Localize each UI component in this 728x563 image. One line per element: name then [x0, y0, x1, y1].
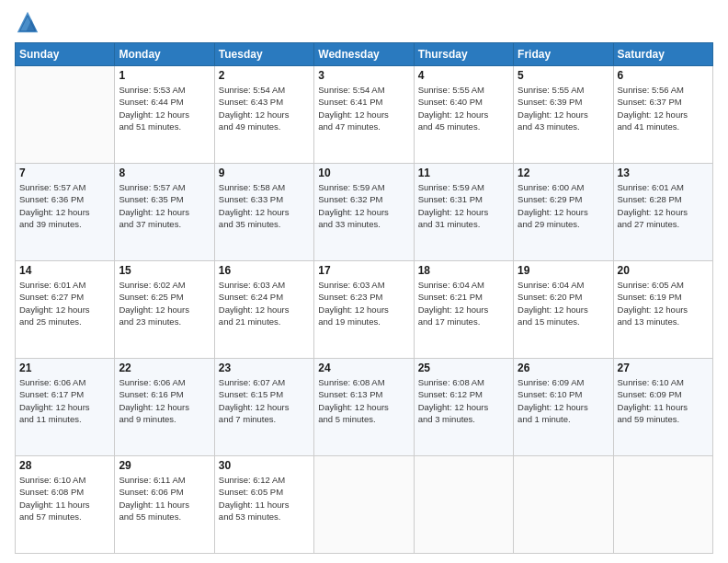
day-info: Sunrise: 5:56 AM Sunset: 6:37 PM Dayligh…	[618, 84, 709, 132]
day-number: 30	[219, 459, 310, 472]
day-number: 1	[119, 69, 210, 82]
calendar-cell: 29Sunrise: 6:11 AM Sunset: 6:06 PM Dayli…	[115, 456, 214, 554]
day-info: Sunrise: 5:55 AM Sunset: 6:39 PM Dayligh…	[518, 84, 609, 132]
day-number: 20	[618, 264, 709, 277]
day-info: Sunrise: 5:53 AM Sunset: 6:44 PM Dayligh…	[119, 84, 210, 132]
calendar-cell	[613, 456, 712, 554]
calendar-cell: 21Sunrise: 6:06 AM Sunset: 6:17 PM Dayli…	[16, 359, 115, 456]
day-info: Sunrise: 6:06 AM Sunset: 6:16 PM Dayligh…	[119, 376, 210, 425]
day-number: 7	[19, 167, 110, 179]
day-number: 2	[219, 69, 310, 82]
calendar-week-row: 21Sunrise: 6:06 AM Sunset: 6:17 PM Dayli…	[16, 359, 713, 456]
day-info: Sunrise: 5:57 AM Sunset: 6:36 PM Dayligh…	[19, 181, 110, 230]
day-info: Sunrise: 6:08 AM Sunset: 6:12 PM Dayligh…	[418, 376, 509, 425]
calendar-cell: 3Sunrise: 5:54 AM Sunset: 6:41 PM Daylig…	[314, 66, 414, 164]
day-info: Sunrise: 5:54 AM Sunset: 6:41 PM Dayligh…	[318, 84, 409, 132]
day-number: 28	[19, 459, 110, 472]
calendar-cell: 22Sunrise: 6:06 AM Sunset: 6:16 PM Dayli…	[115, 359, 214, 456]
day-info: Sunrise: 6:06 AM Sunset: 6:17 PM Dayligh…	[19, 376, 110, 425]
day-info: Sunrise: 6:10 AM Sunset: 6:08 PM Dayligh…	[19, 474, 110, 523]
day-number: 21	[19, 362, 110, 374]
col-header-saturday: Saturday	[613, 43, 712, 66]
day-info: Sunrise: 6:11 AM Sunset: 6:06 PM Dayligh…	[119, 474, 210, 523]
calendar-cell: 19Sunrise: 6:04 AM Sunset: 6:20 PM Dayli…	[514, 261, 613, 359]
calendar-week-row: 1Sunrise: 5:53 AM Sunset: 6:44 PM Daylig…	[16, 66, 713, 164]
day-info: Sunrise: 6:01 AM Sunset: 6:28 PM Dayligh…	[618, 181, 709, 230]
calendar-cell	[514, 456, 613, 554]
col-header-thursday: Thursday	[414, 43, 513, 66]
day-number: 12	[518, 167, 609, 179]
day-info: Sunrise: 5:54 AM Sunset: 6:43 PM Dayligh…	[219, 84, 310, 132]
day-number: 3	[318, 69, 409, 82]
day-number: 14	[19, 264, 110, 277]
calendar-cell: 7Sunrise: 5:57 AM Sunset: 6:36 PM Daylig…	[16, 164, 115, 261]
calendar-cell: 13Sunrise: 6:01 AM Sunset: 6:28 PM Dayli…	[613, 164, 712, 261]
calendar-cell: 23Sunrise: 6:07 AM Sunset: 6:15 PM Dayli…	[214, 359, 313, 456]
calendar-cell: 12Sunrise: 6:00 AM Sunset: 6:29 PM Dayli…	[514, 164, 613, 261]
day-info: Sunrise: 6:12 AM Sunset: 6:05 PM Dayligh…	[219, 474, 310, 523]
col-header-tuesday: Tuesday	[214, 43, 313, 66]
col-header-wednesday: Wednesday	[314, 43, 414, 66]
day-number: 18	[418, 264, 509, 277]
calendar-cell: 17Sunrise: 6:03 AM Sunset: 6:23 PM Dayli…	[314, 261, 414, 359]
day-info: Sunrise: 6:09 AM Sunset: 6:10 PM Dayligh…	[518, 376, 609, 425]
logo-icon	[15, 9, 40, 35]
day-number: 22	[119, 362, 210, 374]
day-info: Sunrise: 5:57 AM Sunset: 6:35 PM Dayligh…	[119, 181, 210, 230]
calendar-cell	[414, 456, 513, 554]
header	[15, 9, 713, 35]
day-info: Sunrise: 5:58 AM Sunset: 6:33 PM Dayligh…	[219, 181, 310, 230]
calendar-cell: 16Sunrise: 6:03 AM Sunset: 6:24 PM Dayli…	[214, 261, 313, 359]
day-info: Sunrise: 6:03 AM Sunset: 6:24 PM Dayligh…	[219, 279, 310, 327]
calendar-week-row: 28Sunrise: 6:10 AM Sunset: 6:08 PM Dayli…	[16, 456, 713, 554]
day-info: Sunrise: 6:00 AM Sunset: 6:29 PM Dayligh…	[518, 181, 609, 230]
calendar-cell	[16, 66, 115, 164]
day-number: 25	[418, 362, 509, 374]
calendar-cell: 28Sunrise: 6:10 AM Sunset: 6:08 PM Dayli…	[16, 456, 115, 554]
day-number: 19	[518, 264, 609, 277]
day-number: 5	[518, 69, 609, 82]
day-info: Sunrise: 6:04 AM Sunset: 6:20 PM Dayligh…	[518, 279, 609, 327]
day-number: 6	[618, 69, 709, 82]
day-info: Sunrise: 6:07 AM Sunset: 6:15 PM Dayligh…	[219, 376, 310, 425]
day-info: Sunrise: 6:04 AM Sunset: 6:21 PM Dayligh…	[418, 279, 509, 327]
calendar-cell: 6Sunrise: 5:56 AM Sunset: 6:37 PM Daylig…	[613, 66, 712, 164]
day-number: 10	[318, 167, 409, 179]
calendar-cell: 18Sunrise: 6:04 AM Sunset: 6:21 PM Dayli…	[414, 261, 513, 359]
day-number: 26	[518, 362, 609, 374]
day-info: Sunrise: 6:01 AM Sunset: 6:27 PM Dayligh…	[19, 279, 110, 327]
calendar-cell: 15Sunrise: 6:02 AM Sunset: 6:25 PM Dayli…	[115, 261, 214, 359]
calendar-cell: 14Sunrise: 6:01 AM Sunset: 6:27 PM Dayli…	[16, 261, 115, 359]
calendar-page: SundayMondayTuesdayWednesdayThursdayFrid…	[0, 0, 728, 563]
calendar-week-row: 7Sunrise: 5:57 AM Sunset: 6:36 PM Daylig…	[16, 164, 713, 261]
day-info: Sunrise: 5:59 AM Sunset: 6:32 PM Dayligh…	[318, 181, 409, 230]
calendar-cell: 8Sunrise: 5:57 AM Sunset: 6:35 PM Daylig…	[115, 164, 214, 261]
calendar-cell: 10Sunrise: 5:59 AM Sunset: 6:32 PM Dayli…	[314, 164, 414, 261]
col-header-monday: Monday	[115, 43, 214, 66]
day-number: 29	[119, 459, 210, 472]
col-header-friday: Friday	[514, 43, 613, 66]
calendar-cell	[314, 456, 414, 554]
day-info: Sunrise: 5:59 AM Sunset: 6:31 PM Dayligh…	[418, 181, 509, 230]
day-info: Sunrise: 6:03 AM Sunset: 6:23 PM Dayligh…	[318, 279, 409, 327]
day-info: Sunrise: 6:08 AM Sunset: 6:13 PM Dayligh…	[318, 376, 409, 425]
day-number: 8	[119, 167, 210, 179]
day-number: 24	[318, 362, 409, 374]
day-number: 13	[618, 167, 709, 179]
calendar-cell: 5Sunrise: 5:55 AM Sunset: 6:39 PM Daylig…	[514, 66, 613, 164]
calendar-cell: 20Sunrise: 6:05 AM Sunset: 6:19 PM Dayli…	[613, 261, 712, 359]
calendar-cell: 24Sunrise: 6:08 AM Sunset: 6:13 PM Dayli…	[314, 359, 414, 456]
day-number: 4	[418, 69, 509, 82]
day-number: 9	[219, 167, 310, 179]
col-header-sunday: Sunday	[16, 43, 115, 66]
calendar-cell: 1Sunrise: 5:53 AM Sunset: 6:44 PM Daylig…	[115, 66, 214, 164]
calendar-cell: 4Sunrise: 5:55 AM Sunset: 6:40 PM Daylig…	[414, 66, 513, 164]
day-number: 11	[418, 167, 509, 179]
calendar-table: SundayMondayTuesdayWednesdayThursdayFrid…	[15, 42, 713, 554]
calendar-week-row: 14Sunrise: 6:01 AM Sunset: 6:27 PM Dayli…	[16, 261, 713, 359]
day-info: Sunrise: 6:10 AM Sunset: 6:09 PM Dayligh…	[618, 376, 709, 425]
calendar-header-row: SundayMondayTuesdayWednesdayThursdayFrid…	[16, 43, 713, 66]
calendar-cell: 25Sunrise: 6:08 AM Sunset: 6:12 PM Dayli…	[414, 359, 513, 456]
calendar-cell: 26Sunrise: 6:09 AM Sunset: 6:10 PM Dayli…	[514, 359, 613, 456]
day-number: 23	[219, 362, 310, 374]
